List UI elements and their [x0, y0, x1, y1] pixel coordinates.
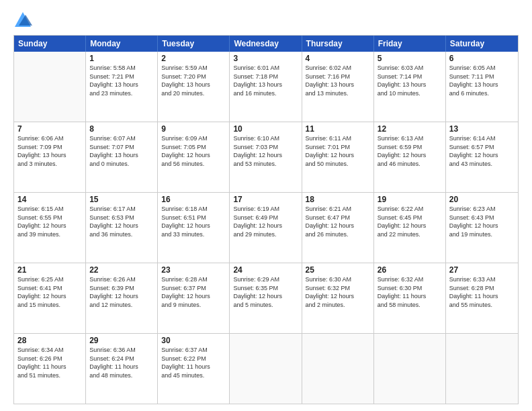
calendar-cell: 23Sunrise: 6:28 AM Sunset: 6:37 PM Dayli…	[158, 263, 230, 333]
day-number: 18	[306, 195, 370, 204]
day-info: Sunrise: 6:37 AM Sunset: 6:22 PM Dayligh…	[161, 346, 226, 379]
day-info: Sunrise: 6:18 AM Sunset: 6:51 PM Dayligh…	[161, 205, 226, 238]
day-info: Sunrise: 6:03 AM Sunset: 7:14 PM Dayligh…	[378, 64, 442, 97]
day-info: Sunrise: 6:06 AM Sunset: 7:09 PM Dayligh…	[17, 134, 82, 168]
calendar-row-3: 21Sunrise: 6:25 AM Sunset: 6:41 PM Dayli…	[14, 263, 518, 333]
day-number: 9	[161, 124, 226, 134]
calendar-cell: 16Sunrise: 6:18 AM Sunset: 6:51 PM Dayli…	[158, 193, 230, 263]
day-number: 17	[233, 195, 298, 204]
day-info: Sunrise: 6:26 AM Sunset: 6:39 PM Dayligh…	[89, 275, 154, 309]
day-info: Sunrise: 6:21 AM Sunset: 6:47 PM Dayligh…	[306, 205, 370, 238]
day-info: Sunrise: 6:01 AM Sunset: 7:18 PM Dayligh…	[233, 64, 298, 97]
day-info: Sunrise: 6:13 AM Sunset: 6:59 PM Dayligh…	[378, 134, 442, 168]
day-number: 19	[378, 195, 442, 204]
calendar-cell: 21Sunrise: 6:25 AM Sunset: 6:41 PM Dayli…	[14, 263, 86, 333]
day-number: 29	[89, 336, 154, 345]
calendar-cell	[374, 334, 446, 404]
calendar-row-0: 1Sunrise: 5:58 AM Sunset: 7:21 PM Daylig…	[14, 52, 518, 122]
day-info: Sunrise: 6:05 AM Sunset: 7:11 PM Dayligh…	[449, 64, 515, 97]
day-info: Sunrise: 6:30 AM Sunset: 6:32 PM Dayligh…	[306, 275, 370, 309]
day-number: 6	[449, 54, 515, 63]
day-number: 23	[161, 265, 226, 275]
calendar-row-1: 7Sunrise: 6:06 AM Sunset: 7:09 PM Daylig…	[14, 122, 518, 192]
calendar-cell: 6Sunrise: 6:05 AM Sunset: 7:11 PM Daylig…	[446, 52, 518, 122]
day-number: 14	[17, 195, 82, 204]
day-number: 2	[161, 54, 226, 63]
day-number: 25	[306, 265, 370, 275]
day-number: 3	[233, 54, 298, 63]
calendar-cell: 24Sunrise: 6:29 AM Sunset: 6:35 PM Dayli…	[230, 263, 302, 333]
day-number: 22	[89, 265, 154, 275]
calendar-cell: 22Sunrise: 6:26 AM Sunset: 6:39 PM Dayli…	[86, 263, 158, 333]
calendar-cell	[230, 334, 302, 404]
calendar-cell: 1Sunrise: 5:58 AM Sunset: 7:21 PM Daylig…	[86, 52, 158, 122]
day-info: Sunrise: 6:11 AM Sunset: 7:01 PM Dayligh…	[306, 134, 370, 168]
calendar-cell: 12Sunrise: 6:13 AM Sunset: 6:59 PM Dayli…	[374, 122, 446, 192]
calendar-cell: 27Sunrise: 6:33 AM Sunset: 6:28 PM Dayli…	[446, 263, 518, 333]
calendar-cell: 11Sunrise: 6:11 AM Sunset: 7:01 PM Dayli…	[302, 122, 374, 192]
calendar-cell: 2Sunrise: 5:59 AM Sunset: 7:20 PM Daylig…	[158, 52, 230, 122]
day-number: 13	[449, 124, 515, 134]
calendar-cell: 30Sunrise: 6:37 AM Sunset: 6:22 PM Dayli…	[158, 334, 230, 404]
header-cell-friday: Friday	[374, 36, 446, 52]
day-number: 27	[449, 265, 515, 275]
calendar-cell: 13Sunrise: 6:14 AM Sunset: 6:57 PM Dayli…	[446, 122, 518, 192]
day-info: Sunrise: 6:32 AM Sunset: 6:30 PM Dayligh…	[378, 275, 442, 309]
day-number: 20	[449, 195, 515, 204]
header-cell-tuesday: Tuesday	[158, 36, 230, 52]
calendar-cell: 14Sunrise: 6:15 AM Sunset: 6:55 PM Dayli…	[14, 193, 86, 263]
day-info: Sunrise: 5:58 AM Sunset: 7:21 PM Dayligh…	[89, 64, 154, 97]
day-number: 21	[17, 265, 82, 275]
day-number: 10	[233, 124, 298, 134]
calendar-header: SundayMondayTuesdayWednesdayThursdayFrid…	[14, 36, 518, 52]
day-number: 5	[378, 54, 442, 63]
logo-icon	[13, 11, 32, 30]
day-info: Sunrise: 6:19 AM Sunset: 6:49 PM Dayligh…	[233, 205, 298, 238]
calendar-cell: 26Sunrise: 6:32 AM Sunset: 6:30 PM Dayli…	[374, 263, 446, 333]
calendar-row-2: 14Sunrise: 6:15 AM Sunset: 6:55 PM Dayli…	[14, 192, 518, 263]
day-number: 11	[306, 124, 370, 134]
calendar-cell: 29Sunrise: 6:36 AM Sunset: 6:24 PM Dayli…	[86, 334, 158, 404]
calendar-cell	[302, 334, 374, 404]
calendar-cell: 28Sunrise: 6:34 AM Sunset: 6:26 PM Dayli…	[14, 334, 86, 404]
day-number: 15	[89, 195, 154, 204]
calendar-cell: 9Sunrise: 6:09 AM Sunset: 7:05 PM Daylig…	[158, 122, 230, 192]
day-info: Sunrise: 6:34 AM Sunset: 6:26 PM Dayligh…	[17, 346, 82, 379]
day-info: Sunrise: 6:14 AM Sunset: 6:57 PM Dayligh…	[449, 134, 515, 168]
day-number: 30	[161, 336, 226, 345]
header-cell-thursday: Thursday	[302, 36, 374, 52]
day-number: 8	[89, 124, 154, 134]
day-info: Sunrise: 6:36 AM Sunset: 6:24 PM Dayligh…	[89, 346, 154, 379]
calendar-body: 1Sunrise: 5:58 AM Sunset: 7:21 PM Daylig…	[14, 52, 518, 404]
day-number: 12	[378, 124, 442, 134]
day-number: 28	[17, 336, 82, 345]
day-info: Sunrise: 6:09 AM Sunset: 7:05 PM Dayligh…	[161, 134, 226, 168]
day-info: Sunrise: 6:22 AM Sunset: 6:45 PM Dayligh…	[378, 205, 442, 238]
day-info: Sunrise: 6:10 AM Sunset: 7:03 PM Dayligh…	[233, 134, 298, 168]
calendar-cell	[14, 52, 86, 122]
calendar-cell: 8Sunrise: 6:07 AM Sunset: 7:07 PM Daylig…	[86, 122, 158, 192]
day-info: Sunrise: 6:15 AM Sunset: 6:55 PM Dayligh…	[17, 205, 82, 238]
day-info: Sunrise: 6:07 AM Sunset: 7:07 PM Dayligh…	[89, 134, 154, 168]
header-cell-saturday: Saturday	[446, 36, 518, 52]
day-number: 24	[233, 265, 298, 275]
day-info: Sunrise: 6:23 AM Sunset: 6:43 PM Dayligh…	[449, 205, 515, 238]
day-info: Sunrise: 6:29 AM Sunset: 6:35 PM Dayligh…	[233, 275, 298, 309]
page-header	[13, 11, 519, 30]
calendar-cell: 5Sunrise: 6:03 AM Sunset: 7:14 PM Daylig…	[374, 52, 446, 122]
calendar-cell: 25Sunrise: 6:30 AM Sunset: 6:32 PM Dayli…	[302, 263, 374, 333]
header-cell-wednesday: Wednesday	[230, 36, 302, 52]
calendar-row-4: 28Sunrise: 6:34 AM Sunset: 6:26 PM Dayli…	[14, 333, 518, 404]
calendar-cell: 18Sunrise: 6:21 AM Sunset: 6:47 PM Dayli…	[302, 193, 374, 263]
day-info: Sunrise: 6:33 AM Sunset: 6:28 PM Dayligh…	[449, 275, 515, 309]
header-cell-monday: Monday	[86, 36, 158, 52]
calendar-cell: 3Sunrise: 6:01 AM Sunset: 7:18 PM Daylig…	[230, 52, 302, 122]
day-info: Sunrise: 6:02 AM Sunset: 7:16 PM Dayligh…	[306, 64, 370, 97]
day-info: Sunrise: 6:28 AM Sunset: 6:37 PM Dayligh…	[161, 275, 226, 309]
calendar-cell: 20Sunrise: 6:23 AM Sunset: 6:43 PM Dayli…	[446, 193, 518, 263]
calendar-cell: 19Sunrise: 6:22 AM Sunset: 6:45 PM Dayli…	[374, 193, 446, 263]
day-number: 26	[378, 265, 442, 275]
calendar-cell: 7Sunrise: 6:06 AM Sunset: 7:09 PM Daylig…	[14, 122, 86, 192]
day-number: 4	[306, 54, 370, 63]
calendar-cell: 15Sunrise: 6:17 AM Sunset: 6:53 PM Dayli…	[86, 193, 158, 263]
